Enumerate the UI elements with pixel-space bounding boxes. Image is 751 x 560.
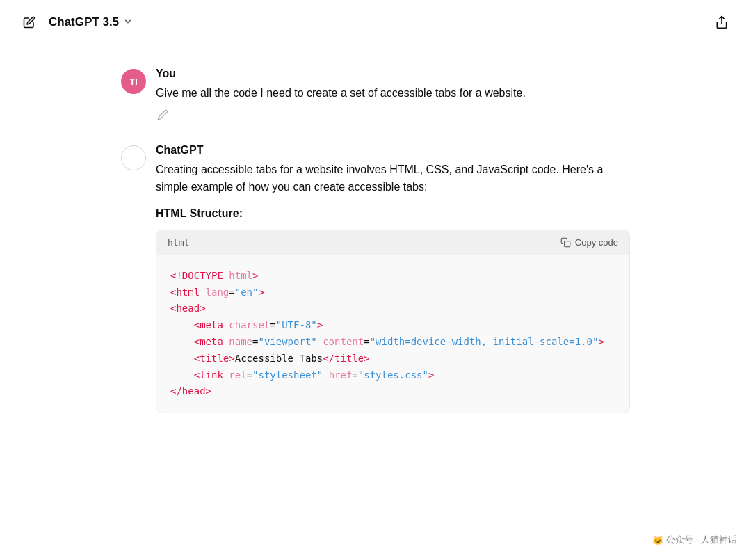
copy-code-label: Copy code [575,237,618,248]
chatgpt-avatar [121,145,146,170]
avatar-initials: TI [129,77,138,87]
chevron-down-icon [123,17,133,29]
edit-icon [23,16,35,29]
user-message-text: Give me all the code I need to create a … [156,84,630,102]
chatgpt-logo-icon [127,151,140,165]
chat-container: TI You Give me all the code I need to cr… [104,45,647,469]
pencil-icon [157,109,168,120]
svg-rect-1 [564,241,570,246]
copy-icon [560,237,571,248]
edit-message-button[interactable] [156,108,170,122]
code-block-header: html Copy code [156,230,629,255]
watermark-icon: 🐱 [652,535,663,545]
watermark: 🐱 公众号 · 人猫神话 [652,534,737,546]
edit-conversation-button[interactable] [17,10,42,35]
chatgpt-message: ChatGPT Creating accessible tabs for a w… [121,144,630,425]
code-language-label: html [168,237,189,248]
copy-code-button[interactable]: Copy code [560,237,618,248]
user-avatar: TI [121,69,146,94]
user-message-content: You Give me all the code I need to creat… [156,67,630,122]
share-button[interactable] [709,10,734,35]
model-selector[interactable]: ChatGPT 3.5 [49,15,133,29]
chatgpt-intro-text: Creating accessible tabs for a website i… [156,161,630,196]
model-name: ChatGPT 3.5 [49,15,119,29]
user-name: You [156,67,630,80]
chatgpt-name: ChatGPT [156,144,630,157]
chatgpt-message-content: ChatGPT Creating accessible tabs for a w… [156,144,630,425]
app-header: ChatGPT 3.5 [0,0,751,45]
code-content: <!DOCTYPE html> <html lang="en"> <head> … [170,268,615,400]
header-left: ChatGPT 3.5 [17,10,133,35]
user-message: TI You Give me all the code I need to cr… [121,67,630,122]
html-structure-label: HTML Structure: [156,207,630,220]
code-block-body: <!DOCTYPE html> <html lang="en"> <head> … [156,255,629,413]
watermark-text: 公众号 · 人猫神话 [666,534,737,546]
share-icon [715,15,729,29]
code-block: html Copy code <!DOCTYPE html> <html lan… [156,230,630,413]
